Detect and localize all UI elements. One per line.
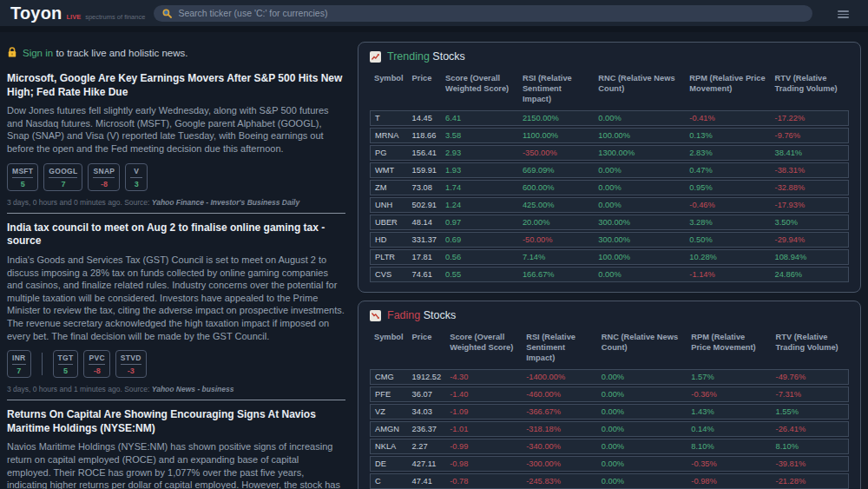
rpm-cell: 2.83% xyxy=(685,145,770,161)
price-cell: 427.11 xyxy=(408,456,446,472)
table-row[interactable]: NKLA2.27-0.99-340.00%0.00%8.10%8.10% xyxy=(370,439,849,454)
table-row[interactable]: PFE36.07-1.40-460.00%0.00%-0.36%-7.31% xyxy=(370,387,849,402)
score-cell: -4.30 xyxy=(445,369,522,385)
sign-in-row: Sign in to track live and holistic news. xyxy=(7,47,345,58)
chip-score: -3 xyxy=(128,365,135,375)
score-cell: 3.58 xyxy=(441,128,518,143)
table-header-cell: RTV (Relative Trading Volume) xyxy=(772,330,849,367)
ticker-chip[interactable]: PVC-8 xyxy=(83,350,109,378)
table-header-row: SymbolPriceScore (Overall Weighted Score… xyxy=(370,330,849,367)
ticker-chip[interactable]: SNAP-8 xyxy=(88,163,120,191)
rsi-cell: 20.00% xyxy=(518,215,594,230)
sign-in-link[interactable]: Sign in xyxy=(23,48,53,58)
table-row[interactable]: HD331.370.69-50.00%300.00%0.50%-29.94% xyxy=(370,232,849,248)
table-row[interactable]: UNH502.911.24425.00%0.00%-0.46%-17.93% xyxy=(370,197,849,213)
chip-symbol: V xyxy=(130,167,142,178)
top-bar: Toyon LIVE spectrums of finance xyxy=(0,0,868,26)
price-cell: 156.41 xyxy=(408,145,441,161)
rsi-cell: 1100.00% xyxy=(518,128,594,143)
rnc-cell: 100.00% xyxy=(594,128,685,143)
news-article: India tax council to meet on Aug 2 to fi… xyxy=(7,221,345,394)
price-cell: 73.08 xyxy=(408,180,441,195)
rpm-cell: 1.57% xyxy=(687,369,771,385)
table-row[interactable]: WMT159.911.93669.09%0.00%0.47%-38.31% xyxy=(370,162,849,178)
rpm-cell: -0.36% xyxy=(687,387,771,402)
article-headline[interactable]: Microsoft, Google Are Key Earnings Mover… xyxy=(7,72,345,99)
price-cell: 331.37 xyxy=(408,232,441,248)
rpm-cell: -0.41% xyxy=(685,110,770,126)
rpm-cell: 0.50% xyxy=(685,232,770,248)
table-row[interactable]: PG156.412.93-350.00%1300.00%2.83%38.41% xyxy=(370,145,849,161)
symbol-cell: UBER xyxy=(370,215,408,230)
table-header-cell: RTV (Relative Trading Volume) xyxy=(771,71,849,109)
header-shadow xyxy=(0,26,868,32)
rtv-cell: 1.55% xyxy=(772,404,849,420)
table-header-cell: Score (Overall Weighted Score) xyxy=(441,71,518,109)
rpm-cell: 0.14% xyxy=(687,421,771,437)
table-row[interactable]: VZ34.03-1.09-366.67%0.00%1.43%1.55% xyxy=(370,404,849,420)
table-row[interactable]: C47.41-0.78-245.83%0.00%-0.98%-21.28% xyxy=(370,473,849,489)
symbol-cell: T xyxy=(370,110,408,126)
ticker-chip[interactable]: STVD-3 xyxy=(115,350,147,378)
search-input[interactable] xyxy=(178,8,804,18)
rtv-cell: -9.76% xyxy=(771,128,849,143)
chip-score: 5 xyxy=(63,365,68,375)
table-row[interactable]: AMGN236.37-1.01-318.18%0.00%0.14%-26.41% xyxy=(370,421,849,437)
chip-symbol: PVC xyxy=(89,354,104,365)
table-header-cell: Score (Overall Weighted Score) xyxy=(445,330,522,367)
rnc-cell: 0.00% xyxy=(597,473,687,489)
score-cell: 1.24 xyxy=(441,197,518,213)
ticker-search-box[interactable] xyxy=(154,5,812,22)
chip-score: 7 xyxy=(16,365,21,375)
menu-icon[interactable] xyxy=(838,10,849,20)
article-source: Yahoo News - business xyxy=(152,385,234,393)
rtv-cell: 108.94% xyxy=(771,249,849,265)
table-header-cell: RNC (Relative News Count) xyxy=(597,330,687,367)
table-row[interactable]: T14.456.412150.00%0.00%-0.41%-17.22% xyxy=(370,110,849,126)
article-headline[interactable]: Returns On Capital Are Showing Encouragi… xyxy=(7,408,345,435)
chip-symbol: INR xyxy=(12,354,26,365)
ticker-chip[interactable]: MSFT5 xyxy=(7,163,38,191)
app-logo: Toyon xyxy=(10,3,62,23)
rsi-cell: 166.67% xyxy=(518,267,594,282)
table-row[interactable]: PLTR17.810.567.14%100.00%10.28%108.94% xyxy=(370,249,849,265)
table-row[interactable]: CMG1912.52-4.30-1400.00%0.00%1.57%-49.76… xyxy=(370,369,849,385)
table-header-cell: RSI (Relative Sentiment Impact) xyxy=(522,330,597,367)
symbol-cell: PFE xyxy=(370,387,408,402)
chip-symbol: SNAP xyxy=(93,167,115,178)
ticker-chip[interactable]: GOOGL7 xyxy=(43,163,82,191)
score-cell: 0.56 xyxy=(441,249,518,265)
table-header-cell: RPM (Relative Price Movement) xyxy=(685,71,770,109)
ticker-chip[interactable]: V3 xyxy=(125,163,148,191)
news-column: Sign in to track live and holistic news.… xyxy=(7,42,345,489)
table-header-cell: Price xyxy=(408,71,441,109)
ticker-chip[interactable]: INR7 xyxy=(7,350,31,378)
rsi-cell: 600.00% xyxy=(518,180,594,195)
symbol-cell: AMGN xyxy=(370,421,408,437)
score-cell: -1.40 xyxy=(445,387,522,402)
price-cell: 48.14 xyxy=(408,215,441,230)
news-article: Microsoft, Google Are Key Earnings Mover… xyxy=(7,72,345,207)
trending-stocks-panel: Trending Stocks SymbolPriceScore (Overal… xyxy=(358,42,861,293)
chart-increasing-icon xyxy=(370,51,381,63)
table-row[interactable]: DE427.11-0.98-300.00%0.00%-0.35%-39.81% xyxy=(370,456,849,472)
symbol-cell: NKLA xyxy=(370,439,408,454)
table-row[interactable]: MRNA118.663.581100.00%100.00%0.13%-9.76% xyxy=(370,128,849,143)
logo-group: Toyon LIVE spectrums of finance xyxy=(10,3,145,23)
rnc-cell: 0.00% xyxy=(597,456,687,472)
rtv-cell: -32.88% xyxy=(771,180,849,195)
rsi-cell: 669.09% xyxy=(518,162,594,178)
chip-symbol: TGT xyxy=(58,354,74,365)
table-row[interactable]: CVS74.610.55166.67%0.00%-1.14%24.86% xyxy=(370,267,849,282)
sign-in-text: to track live and holistic news. xyxy=(56,48,187,58)
rtv-cell: -7.31% xyxy=(772,387,849,402)
rtv-cell: -17.22% xyxy=(771,110,849,126)
article-headline[interactable]: India tax council to meet on Aug 2 to fi… xyxy=(7,221,345,248)
chip-divider xyxy=(42,353,43,375)
rnc-cell: 0.00% xyxy=(594,267,685,282)
ticker-chip[interactable]: TGT5 xyxy=(53,350,79,378)
table-row[interactable]: ZM73.081.74600.00%0.00%0.95%-32.88% xyxy=(370,180,849,195)
symbol-cell: PG xyxy=(370,145,408,161)
symbol-cell: CVS xyxy=(370,267,408,282)
table-row[interactable]: UBER48.140.9720.00%300.00%3.28%3.50% xyxy=(370,215,849,230)
